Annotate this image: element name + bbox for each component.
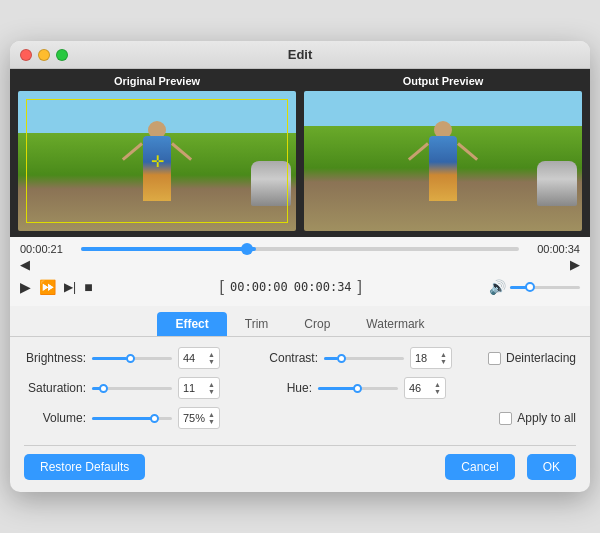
figure-body [143, 136, 171, 201]
brightness-slider[interactable] [92, 357, 172, 360]
contrast-value: 18 [415, 352, 427, 364]
preview-section: Original Preview ✛ [10, 69, 590, 237]
contrast-up[interactable]: ▲ [440, 351, 447, 358]
close-button[interactable] [20, 49, 32, 61]
deinterlacing-checkbox[interactable] [488, 352, 501, 365]
apply-to-all-label: Apply to all [517, 411, 576, 425]
timeline-start-time: 00:00:21 [20, 243, 75, 255]
ok-button[interactable]: OK [527, 454, 576, 480]
contrast-label: Contrast: [256, 351, 318, 365]
volume-down[interactable]: ▼ [208, 418, 215, 425]
maximize-button[interactable] [56, 49, 68, 61]
output-preview-image [304, 91, 582, 231]
hue-value-box[interactable]: 46 ▲ ▼ [404, 377, 446, 399]
control-row-1: Brightness: 44 ▲ ▼ Contrast: [24, 347, 576, 369]
control-row-2: Saturation: 11 ▲ ▼ Hue: [24, 377, 576, 399]
prev-arrow-right[interactable]: ▶ [570, 257, 580, 272]
saturation-thumb[interactable] [99, 384, 108, 393]
arm-right-out [457, 142, 478, 160]
cancel-button[interactable]: Cancel [445, 454, 514, 480]
hue-spinner[interactable]: ▲ ▼ [434, 381, 441, 395]
volume-slider[interactable] [510, 286, 580, 289]
output-preview-pane: Output Preview [304, 75, 582, 231]
brightness-value-box[interactable]: 44 ▲ ▼ [178, 347, 220, 369]
timecode-section: [ 00:00:00 00:00:34 ] [101, 278, 481, 296]
brightness-thumb[interactable] [126, 354, 135, 363]
transport-controls: ▶ ⏩ ▶| ■ [ 00:00:00 00:00:34 ] 🔊 [20, 274, 580, 302]
minimize-button[interactable] [38, 49, 50, 61]
brightness-filled [92, 357, 127, 360]
volume-control-thumb[interactable] [150, 414, 159, 423]
control-row-3: Volume: 75% ▲ ▼ Apply to all [24, 407, 576, 429]
saturation-slider[interactable] [92, 387, 172, 390]
contrast-group: Contrast: 18 ▲ ▼ [256, 347, 476, 369]
figure-arms-out [408, 150, 478, 153]
restore-defaults-button[interactable]: Restore Defaults [24, 454, 145, 480]
car-element [251, 161, 291, 206]
deinterlacing-label: Deinterlacing [506, 351, 576, 365]
figure-silhouette [127, 111, 187, 201]
arm-left-out [408, 142, 429, 160]
apply-to-all-checkbox[interactable] [499, 412, 512, 425]
play-button[interactable]: ▶ [20, 279, 31, 295]
brightness-down[interactable]: ▼ [208, 358, 215, 365]
volume-value-box[interactable]: 75% ▲ ▼ [178, 407, 220, 429]
original-preview-label: Original Preview [18, 75, 296, 87]
fast-forward-button[interactable]: ⏩ [39, 279, 56, 295]
brightness-group: Brightness: 44 ▲ ▼ [24, 347, 244, 369]
prev-arrow-left[interactable]: ◀ [20, 257, 30, 272]
hue-slider[interactable] [318, 387, 398, 390]
tab-effect[interactable]: Effect [157, 312, 226, 336]
saturation-up[interactable]: ▲ [208, 381, 215, 388]
hue-filled [318, 387, 355, 390]
tab-trim[interactable]: Trim [227, 312, 287, 336]
contrast-down[interactable]: ▼ [440, 358, 447, 365]
figure-body-out [429, 136, 457, 201]
titlebar: Edit [10, 41, 590, 69]
timeline-thumb[interactable] [241, 243, 253, 255]
right-buttons: Cancel OK [445, 454, 576, 480]
contrast-thumb[interactable] [337, 354, 346, 363]
next-frame-button[interactable]: ▶| [64, 280, 76, 294]
timeline-track: 00:00:21 00:00:34 [20, 243, 580, 255]
contrast-slider[interactable] [324, 357, 404, 360]
saturation-value-box[interactable]: 11 ▲ ▼ [178, 377, 220, 399]
brightness-up[interactable]: ▲ [208, 351, 215, 358]
brightness-spinner[interactable]: ▲ ▼ [208, 351, 215, 365]
tab-crop[interactable]: Crop [286, 312, 348, 336]
original-preview-image: ✛ [18, 91, 296, 231]
volume-spinner[interactable]: ▲ ▼ [208, 411, 215, 425]
volume-label: Volume: [24, 411, 86, 425]
arm-right [171, 142, 192, 160]
volume-control-group: Volume: 75% ▲ ▼ [24, 407, 250, 429]
stop-button[interactable]: ■ [84, 279, 92, 295]
brightness-value: 44 [183, 352, 195, 364]
tab-watermark[interactable]: Watermark [348, 312, 442, 336]
contrast-spinner[interactable]: ▲ ▼ [440, 351, 447, 365]
saturation-label: Saturation: [24, 381, 86, 395]
volume-up[interactable]: ▲ [208, 411, 215, 418]
volume-control-slider[interactable] [92, 417, 172, 420]
bracket-right[interactable]: ] [358, 278, 362, 296]
volume-icon: 🔊 [489, 279, 506, 295]
timeline-end-time: 00:00:34 [525, 243, 580, 255]
timeline-slider[interactable] [81, 247, 519, 251]
volume-thumb[interactable] [525, 282, 535, 292]
figure-silhouette-out [413, 111, 473, 201]
saturation-group: Saturation: 11 ▲ ▼ [24, 377, 238, 399]
bracket-left[interactable]: [ [220, 278, 224, 296]
current-time-end: 00:00:34 [294, 280, 352, 294]
brightness-label: Brightness: [24, 351, 86, 365]
saturation-spinner[interactable]: ▲ ▼ [208, 381, 215, 395]
current-time-start: 00:00:00 [230, 280, 288, 294]
controls-area: Brightness: 44 ▲ ▼ Contrast: [10, 337, 590, 445]
saturation-down[interactable]: ▼ [208, 388, 215, 395]
original-preview-pane: Original Preview ✛ [18, 75, 296, 231]
arm-left [122, 142, 143, 160]
contrast-value-box[interactable]: 18 ▲ ▼ [410, 347, 452, 369]
hue-thumb[interactable] [353, 384, 362, 393]
timeline-filled [81, 247, 256, 251]
hue-down[interactable]: ▼ [434, 388, 441, 395]
hue-up[interactable]: ▲ [434, 381, 441, 388]
tabs-row: Effect Trim Crop Watermark [10, 306, 590, 337]
